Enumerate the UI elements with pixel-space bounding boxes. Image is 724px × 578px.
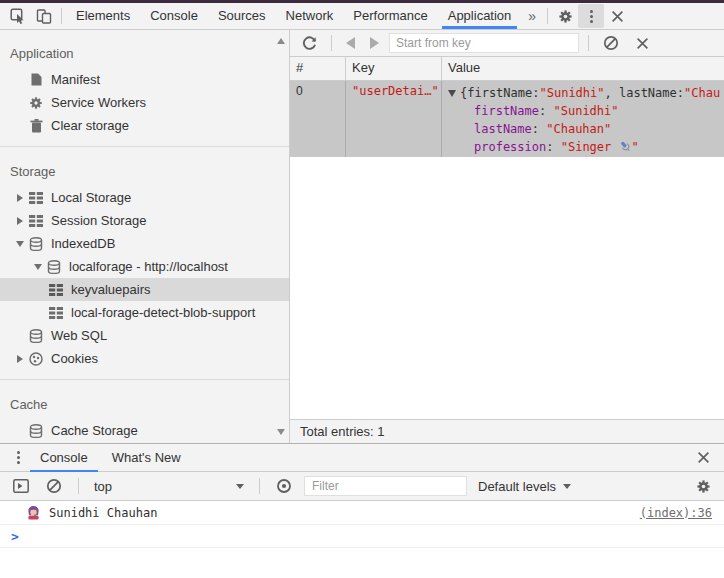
- section-title-application: Application: [0, 38, 289, 68]
- sidebar-item-web-sql[interactable]: Web SQL: [0, 324, 289, 347]
- table-icon: [48, 305, 64, 321]
- start-from-key-input[interactable]: [389, 33, 579, 53]
- scrollbar-up-arrow-icon[interactable]: [277, 38, 285, 44]
- indexeddb-datastore-panel: # Key Value 0 "userDetai…" {firstName: "…: [290, 30, 724, 443]
- console-sidebar-toggle-icon[interactable]: [8, 474, 34, 498]
- sidebar-item-label: Web SQL: [51, 328, 107, 343]
- previous-page-icon[interactable]: [346, 37, 355, 49]
- drawer-tab-whats-new[interactable]: What's New: [100, 444, 193, 472]
- sidebar-item-label: Manifest: [51, 72, 100, 87]
- row-key-cell: "userDetai…": [346, 81, 442, 157]
- sidebar-item-label: Local Storage: [51, 190, 131, 205]
- device-toolbar-icon[interactable]: [31, 4, 57, 28]
- table-icon: [28, 213, 44, 229]
- total-entries-label: Total entries: 1: [300, 424, 385, 439]
- application-sidebar: Application Manifest Service Workers Cle…: [0, 30, 290, 443]
- dropdown-arrow-icon: [236, 484, 244, 489]
- file-icon: [28, 72, 44, 88]
- sidebar-item-blob-support-store[interactable]: local-forage-detect-blob-support: [0, 301, 289, 324]
- trash-icon: [28, 118, 44, 134]
- chevron-down-icon[interactable]: [16, 241, 24, 247]
- column-header-value: Value: [442, 57, 724, 80]
- kebab-dots: [590, 10, 593, 23]
- datagrid-header: # Key Value: [290, 57, 724, 81]
- log-levels-selector[interactable]: Default levels: [474, 479, 575, 494]
- devtools-tabbar: Elements Console Sources Network Perform…: [0, 3, 724, 30]
- sidebar-item-clear-storage[interactable]: Clear storage: [0, 114, 289, 137]
- row-value-cell: {firstName: "Sunidhi", lastName: "Chauha…: [442, 81, 724, 157]
- live-expression-eye-icon[interactable]: [271, 474, 297, 498]
- tab-application[interactable]: Application: [438, 3, 522, 29]
- sidebar-item-session-storage[interactable]: Session Storage: [0, 209, 289, 232]
- datagrid-row-selected[interactable]: 0 "userDetai…" {firstName: "Sunidhi", la…: [290, 81, 724, 157]
- next-page-icon[interactable]: [370, 37, 379, 49]
- total-entries-bar: Total entries: 1: [290, 419, 724, 443]
- sidebar-item-label: Service Workers: [51, 95, 146, 110]
- application-panel: Application Manifest Service Workers Cle…: [0, 30, 724, 443]
- console-toolbar: top Default levels: [0, 472, 724, 501]
- object-property-line: profession: "Singer ": [446, 138, 720, 156]
- chevron-down-icon[interactable]: [34, 264, 42, 270]
- sidebar-item-indexeddb[interactable]: IndexedDB: [0, 232, 289, 255]
- clear-object-store-icon[interactable]: [598, 31, 624, 55]
- table-icon: [48, 282, 64, 298]
- tab-label: Network: [286, 8, 334, 23]
- devtools-menu-kebab-icon[interactable]: [578, 4, 604, 28]
- property-value: "Sunidhi": [553, 104, 618, 118]
- console-input-prompt[interactable]: >: [0, 525, 724, 548]
- chevron-right-icon[interactable]: [17, 217, 23, 225]
- tab-sources[interactable]: Sources: [208, 3, 276, 29]
- sidebar-item-cache-storage[interactable]: Cache Storage: [0, 419, 289, 442]
- preview-text: {firstName:: [460, 84, 539, 102]
- tab-label: What's New: [112, 450, 181, 465]
- chevron-right-icon[interactable]: [17, 194, 23, 202]
- property-value-close-quote: ": [632, 140, 639, 154]
- javascript-context-selector[interactable]: top: [90, 479, 248, 494]
- property-name: lastName: [474, 122, 532, 136]
- inspect-element-icon[interactable]: [5, 4, 31, 28]
- sidebar-divider: [0, 379, 289, 380]
- console-settings-gear-icon[interactable]: [690, 474, 716, 498]
- tab-label: Elements: [76, 8, 130, 23]
- console-message-source-link[interactable]: (index):36: [640, 506, 712, 520]
- close-drawer-icon[interactable]: [690, 446, 716, 470]
- preview-string: "Sunidhi": [539, 84, 604, 102]
- idb-toolbar: [290, 30, 724, 57]
- database-icon: [28, 236, 44, 252]
- drawer-tab-console[interactable]: Console: [28, 444, 100, 472]
- tab-label: Application: [448, 8, 512, 23]
- chevron-right-icon[interactable]: [17, 355, 23, 363]
- expand-triangle-icon[interactable]: [448, 90, 456, 97]
- scrollbar-down-arrow-icon[interactable]: [277, 429, 285, 435]
- close-devtools-icon[interactable]: [604, 4, 630, 28]
- tab-label: Sources: [218, 8, 266, 23]
- sidebar-item-cookies[interactable]: Cookies: [0, 347, 289, 370]
- more-tabs-button[interactable]: »: [521, 3, 543, 29]
- sidebar-item-manifest[interactable]: Manifest: [0, 68, 289, 91]
- refresh-icon[interactable]: [296, 31, 322, 55]
- drawer-menu-kebab-icon[interactable]: [8, 446, 28, 470]
- tab-network[interactable]: Network: [276, 3, 344, 29]
- console-message-text: Sunidhi Chauhan: [49, 506, 157, 520]
- sidebar-item-label: Cookies: [51, 351, 98, 366]
- tab-console[interactable]: Console: [140, 3, 208, 29]
- console-messages-area: Sunidhi Chauhan (index):36 >: [0, 501, 724, 578]
- preview-text: , lastName:: [605, 84, 684, 102]
- object-property-line: firstName: "Sunidhi": [446, 102, 720, 120]
- sidebar-item-localforage-db[interactable]: localforage - http://localhost: [0, 255, 289, 278]
- section-title-storage: Storage: [0, 156, 289, 186]
- sidebar-item-label: Clear storage: [51, 118, 129, 133]
- column-header-key: Key: [346, 57, 442, 80]
- console-filter-input[interactable]: [304, 476, 467, 496]
- sidebar-item-service-workers[interactable]: Service Workers: [0, 91, 289, 114]
- tab-performance[interactable]: Performance: [343, 3, 437, 29]
- sidebar-item-local-storage[interactable]: Local Storage: [0, 186, 289, 209]
- clear-console-icon[interactable]: [41, 474, 67, 498]
- settings-gear-icon[interactable]: [552, 4, 578, 28]
- database-icon: [28, 423, 44, 439]
- delete-selected-icon[interactable]: [629, 31, 655, 55]
- sidebar-item-keyvaluepairs[interactable]: keyvaluepairs: [0, 278, 289, 301]
- more-tabs-chevrons: »: [528, 8, 536, 24]
- tab-elements[interactable]: Elements: [66, 3, 140, 29]
- table-icon: [28, 190, 44, 206]
